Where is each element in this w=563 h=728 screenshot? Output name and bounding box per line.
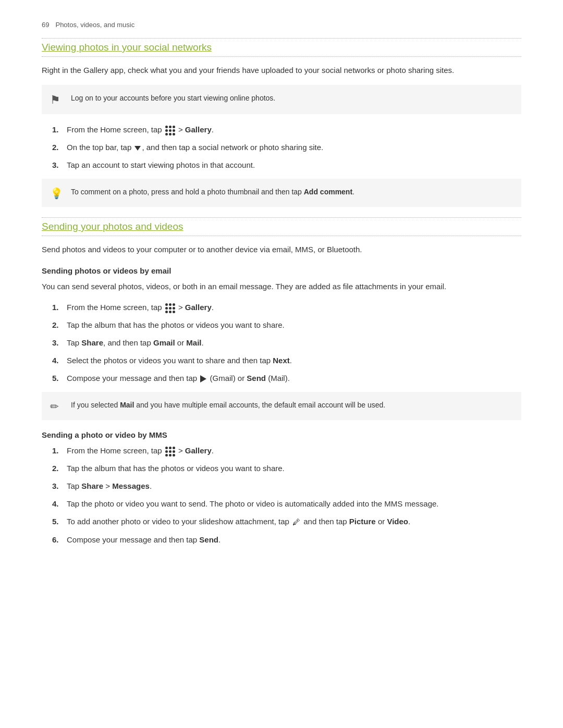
sub1-step2-content: Tap the album that has the photos or vid… [67, 319, 521, 331]
sub2-step6: 6. Compose your message and then tap Sen… [42, 534, 521, 546]
step1-content: From the Home screen, tap > Gallery. [67, 124, 521, 136]
lightbulb-icon: 💡 [50, 187, 64, 200]
sub2-step1: 1. From the Home screen, tap > Gallery. [42, 445, 521, 457]
subsection2-title: Sending a photo or video by MMS [42, 430, 521, 439]
sub1-step5: 5. Compose your message and then tap (Gm… [42, 372, 521, 385]
step-num: 5. [52, 372, 67, 385]
top-divider [42, 38, 521, 39]
sub1-step3-content: Tap Share, and then tap Gmail or Mail. [67, 337, 521, 349]
sub1-step3: 3. Tap Share, and then tap Gmail or Mail… [42, 337, 521, 349]
grid-icon [165, 447, 175, 456]
step-num: 3. [52, 159, 67, 171]
step-num: 5. [52, 515, 67, 528]
note1-text: Log on to your accounts before you start… [71, 92, 275, 104]
step-num: 3. [52, 480, 67, 492]
step-num: 1. [52, 124, 67, 136]
sub2-step5-content: To add another photo or video to your sl… [67, 515, 521, 528]
section1-step1: 1. From the Home screen, tap > Gallery. [42, 124, 521, 136]
page-subtitle: Photos, videos, and music [55, 21, 134, 29]
sub1-step4: 4. Select the photos or videos you want … [42, 354, 521, 367]
page-header: 69 Photos, videos, and music [42, 21, 521, 29]
section1-step2: 2. On the top bar, tap , and then tap a … [42, 141, 521, 154]
step-num: 3. [52, 337, 67, 349]
section2-intro: Send photos and videos to your computer … [42, 243, 521, 256]
sub2-step3: 3. Tap Share > Messages. [42, 480, 521, 492]
sub1-step1: 1. From the Home screen, tap > Gallery. [42, 301, 521, 314]
section1-intro: Right in the Gallery app, check what you… [42, 64, 521, 77]
section2-bottom-divider [42, 236, 521, 236]
note-box-flag: ⚑ Log on to your accounts before you sta… [42, 85, 521, 114]
step2-content: On the top bar, tap , and then tap a soc… [67, 141, 521, 154]
step-num: 6. [52, 534, 67, 546]
section1-step3: 3. Tap an account to start viewing photo… [42, 159, 521, 171]
step-num: 2. [52, 462, 67, 475]
subsection2-steps: 1. From the Home screen, tap > Gallery. … [42, 445, 521, 546]
grid-icon [165, 126, 175, 135]
step-num: 2. [52, 319, 67, 331]
subsection1-steps: 1. From the Home screen, tap > Gallery. … [42, 301, 521, 385]
sub1-step2: 2. Tap the album that has the photos or … [42, 319, 521, 331]
grid-icon [165, 303, 175, 313]
sub2-step2: 2. Tap the album that has the photos or … [42, 462, 521, 475]
step-num: 1. [52, 445, 67, 457]
section2-title: Sending your photos and videos [42, 221, 521, 232]
sub2-step3-content: Tap Share > Messages. [67, 480, 521, 492]
paperclip-icon: 🖉 [292, 516, 300, 528]
sub1-step4-content: Select the photos or videos you want to … [67, 354, 521, 367]
step3-content: Tap an account to start viewing photos i… [67, 159, 521, 171]
step-num: 2. [52, 141, 67, 154]
page-number: 69 [42, 21, 49, 29]
sub2-step2-content: Tap the album that has the photos or vid… [67, 462, 521, 475]
sub2-step4: 4. Tap the photo or video you want to se… [42, 498, 521, 510]
pencil-note-text: If you selected Mail and you have multip… [71, 399, 385, 411]
section2-top-divider [42, 217, 521, 218]
note-box-pencil: ✏ If you selected Mail and you have mult… [42, 392, 521, 420]
section1-title: Viewing photos in your social networks [42, 42, 521, 53]
step-num: 4. [52, 354, 67, 367]
flag-icon: ⚑ [50, 93, 64, 107]
step-num: 4. [52, 498, 67, 510]
triangle-icon [134, 146, 141, 151]
section1-steps: 1. From the Home screen, tap > Gallery. … [42, 124, 521, 171]
note2-text: To comment on a photo, press and hold a … [71, 186, 354, 198]
subsection1-title: Sending photos or videos by email [42, 266, 521, 275]
step-num: 1. [52, 301, 67, 314]
sub1-step1-content: From the Home screen, tap > Gallery. [67, 301, 521, 314]
sub2-step5: 5. To add another photo or video to your… [42, 515, 521, 528]
play-icon [200, 375, 206, 382]
sub2-step6-content: Compose your message and then tap Send. [67, 534, 521, 546]
sub1-step5-content: Compose your message and then tap (Gmail… [67, 372, 521, 385]
subsection1-intro: You can send several photos, videos, or … [42, 280, 521, 293]
sub2-step4-content: Tap the photo or video you want to send.… [67, 498, 521, 510]
section1-bottom-divider [42, 56, 521, 57]
pencil-note-icon: ✏ [50, 400, 64, 413]
note-box-lightbulb: 💡 To comment on a photo, press and hold … [42, 179, 521, 207]
sub2-step1-content: From the Home screen, tap > Gallery. [67, 445, 521, 457]
